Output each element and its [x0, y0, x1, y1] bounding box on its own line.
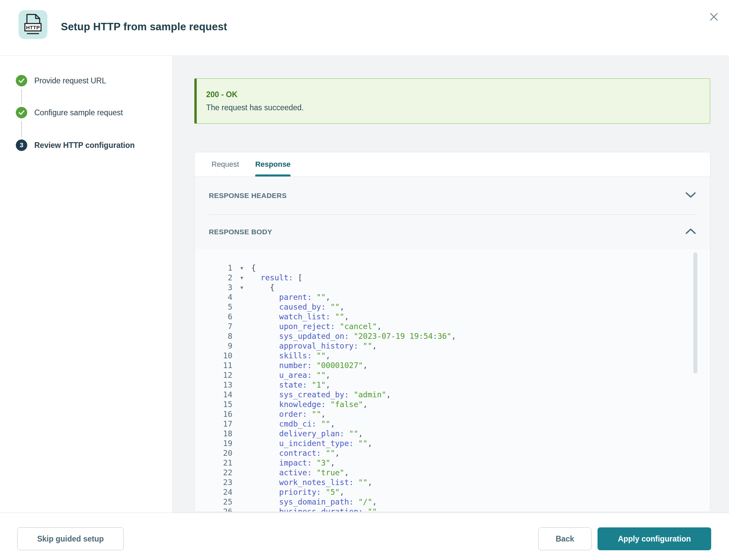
collapse-spacer	[232, 448, 251, 458]
collapse-spacer	[232, 419, 251, 429]
skip-guided-setup-button[interactable]: Skip guided setup	[17, 527, 124, 550]
line-number: 26	[195, 507, 232, 512]
line-number: 25	[195, 497, 232, 507]
line-number: 19	[195, 439, 232, 448]
response-headers-toggle[interactable]: RESPONSE HEADERS	[195, 177, 710, 214]
code-text: active: "true",	[251, 468, 349, 478]
response-body-toggle[interactable]: RESPONSE BODY	[195, 215, 710, 249]
code-text: sys_updated_on: "2023-07-19 19:54:36",	[251, 331, 456, 341]
step-connector	[21, 121, 22, 137]
step-review-http-configuration[interactable]: 3 Review HTTP configuration	[16, 139, 135, 151]
line-number: 23	[195, 478, 232, 487]
request-response-card: Request Response RESPONSE HEADERS RESPON…	[194, 152, 711, 512]
step-label: Provide request URL	[34, 76, 106, 85]
status-code: 200 - OK	[206, 90, 710, 99]
collapse-spacer	[232, 468, 251, 478]
chevron-down-icon	[685, 192, 696, 199]
line-number: 3	[195, 283, 232, 292]
collapse-spacer	[232, 292, 251, 302]
collapse-spacer	[232, 390, 251, 400]
code-line: 11 number: "00001027",	[195, 361, 710, 370]
code-line: 1▾{	[195, 263, 710, 273]
code-text: upon_reject: "cancel",	[251, 322, 382, 331]
apply-configuration-button[interactable]: Apply configuration	[598, 527, 711, 550]
code-text: order: "",	[251, 409, 326, 419]
code-line: 17 cmdb_ci: "",	[195, 419, 710, 429]
code-text: u_incident_type: "",	[251, 439, 372, 448]
collapse-spacer	[232, 400, 251, 409]
dialog-title: Setup HTTP from sample request	[61, 0, 227, 54]
code-line: 8 sys_updated_on: "2023-07-19 19:54:36",	[195, 331, 710, 341]
dialog-header: HTTP Setup HTTP from sample request	[0, 0, 729, 56]
collapse-spacer	[232, 380, 251, 390]
code-text: business_duration: "",	[251, 507, 382, 512]
code-line: 4 parent: "",	[195, 292, 710, 302]
code-text: {	[251, 263, 256, 273]
line-number: 6	[195, 312, 232, 322]
code-line: 25 sys_domain_path: "/",	[195, 497, 710, 507]
tab-bar: Request Response	[195, 152, 710, 177]
response-body-code-viewer: 1▾{2▾ result: [3▾ {4 parent: "",5 caused…	[195, 249, 710, 512]
line-number: 10	[195, 351, 232, 361]
code-line: 20 contract: "",	[195, 448, 710, 458]
code-line: 26 business_duration: "",	[195, 507, 710, 512]
line-number: 12	[195, 370, 232, 380]
code-line: 21 impact: "3",	[195, 458, 710, 468]
success-banner: 200 - OK The request has succeeded.	[194, 78, 710, 124]
http-icon-label: HTTP	[26, 25, 40, 30]
line-number: 13	[195, 380, 232, 390]
code-line: 22 active: "true",	[195, 468, 710, 478]
collapse-toggle-icon[interactable]: ▾	[232, 283, 251, 292]
collapse-spacer	[232, 361, 251, 370]
collapse-spacer	[232, 322, 251, 331]
code-text: watch_list: "",	[251, 312, 349, 322]
line-number: 16	[195, 409, 232, 419]
collapse-spacer	[232, 487, 251, 497]
code-text: state: "1",	[251, 380, 330, 390]
code-text: approval_history: "",	[251, 341, 377, 351]
back-button[interactable]: Back	[538, 527, 591, 550]
line-number: 8	[195, 331, 232, 341]
line-number: 14	[195, 390, 232, 400]
collapse-spacer	[232, 439, 251, 448]
collapse-spacer	[232, 302, 251, 312]
step-connector	[21, 89, 22, 105]
code-scrollbar-thumb[interactable]	[693, 252, 697, 373]
collapse-spacer	[232, 458, 251, 468]
close-icon	[709, 12, 718, 22]
code-text: knowledge: "false",	[251, 400, 368, 409]
code-line: 16 order: "",	[195, 409, 710, 419]
collapse-toggle-icon[interactable]: ▾	[232, 273, 251, 283]
step-label: Review HTTP configuration	[34, 141, 135, 150]
step-number-badge: 3	[16, 139, 27, 151]
collapse-spacer	[232, 409, 251, 419]
code-line: 10 skills: "",	[195, 351, 710, 361]
collapse-toggle-icon[interactable]: ▾	[232, 263, 251, 273]
line-number: 24	[195, 487, 232, 497]
tab-response[interactable]: Response	[255, 152, 291, 176]
code-line: 5 caused_by: "",	[195, 302, 710, 312]
collapse-spacer	[232, 351, 251, 361]
line-number: 11	[195, 361, 232, 370]
step-complete-check-icon	[16, 75, 27, 86]
code-line: 3▾ {	[195, 283, 710, 292]
collapse-spacer	[232, 341, 251, 351]
line-number: 18	[195, 429, 232, 439]
code-line: 9 approval_history: "",	[195, 341, 710, 351]
tab-request[interactable]: Request	[212, 152, 239, 176]
step-complete-check-icon	[16, 107, 27, 118]
line-number: 17	[195, 419, 232, 429]
code-line: 12 u_area: "",	[195, 370, 710, 380]
line-number: 20	[195, 448, 232, 458]
line-number: 2	[195, 273, 232, 283]
step-provide-request-url[interactable]: Provide request URL	[16, 75, 106, 86]
collapse-spacer	[232, 429, 251, 439]
code-lines: 1▾{2▾ result: [3▾ {4 parent: "",5 caused…	[195, 263, 710, 512]
code-text: priority: "5",	[251, 487, 344, 497]
collapse-spacer	[232, 370, 251, 380]
code-line: 19 u_incident_type: "",	[195, 439, 710, 448]
close-button[interactable]	[706, 9, 722, 25]
setup-http-dialog: HTTP Setup HTTP from sample request Prov…	[0, 0, 729, 560]
step-configure-sample-request[interactable]: Configure sample request	[16, 107, 123, 118]
collapse-spacer	[232, 478, 251, 487]
